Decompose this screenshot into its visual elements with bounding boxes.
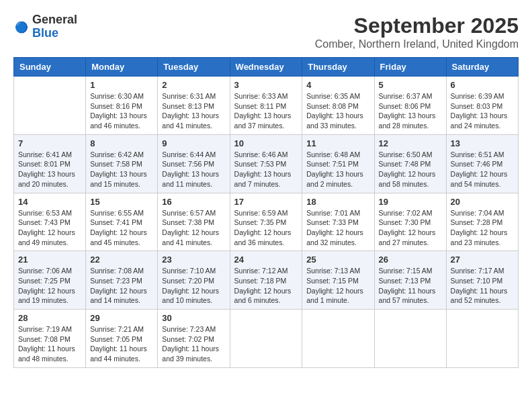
- calendar-week-row: 21Sunrise: 7:06 AMSunset: 7:25 PMDayligh…: [14, 251, 519, 310]
- calendar-cell: 24Sunrise: 7:12 AMSunset: 7:18 PMDayligh…: [230, 251, 302, 310]
- calendar-cell: 17Sunrise: 6:59 AMSunset: 7:35 PMDayligh…: [230, 193, 302, 251]
- calendar-cell: 26Sunrise: 7:15 AMSunset: 7:13 PMDayligh…: [374, 251, 446, 310]
- calendar-cell: 7Sunrise: 6:41 AMSunset: 8:01 PMDaylight…: [14, 134, 86, 193]
- day-number: 22: [90, 255, 153, 265]
- calendar-cell: 21Sunrise: 7:06 AMSunset: 7:25 PMDayligh…: [14, 251, 86, 310]
- day-number: 17: [234, 197, 298, 207]
- day-info: Sunrise: 6:51 AMSunset: 7:46 PMDaylight:…: [451, 150, 514, 189]
- calendar-cell: 12Sunrise: 6:50 AMSunset: 7:48 PMDayligh…: [374, 134, 446, 193]
- calendar-cell: 13Sunrise: 6:51 AMSunset: 7:46 PMDayligh…: [446, 134, 518, 193]
- calendar-cell: 23Sunrise: 7:10 AMSunset: 7:20 PMDayligh…: [158, 251, 230, 310]
- day-number: 23: [162, 255, 225, 265]
- calendar-cell: 18Sunrise: 7:01 AMSunset: 7:33 PMDayligh…: [302, 193, 374, 251]
- calendar-cell: 16Sunrise: 6:57 AMSunset: 7:38 PMDayligh…: [158, 193, 230, 251]
- location-subtitle: Comber, Northern Ireland, United Kingdom: [315, 38, 519, 50]
- day-number: 16: [162, 197, 225, 207]
- svg-text:🔵: 🔵: [15, 20, 28, 33]
- calendar-cell: [14, 77, 86, 135]
- day-number: 24: [234, 255, 298, 265]
- calendar-week-row: 14Sunrise: 6:53 AMSunset: 7:43 PMDayligh…: [14, 193, 519, 251]
- day-number: 5: [379, 80, 442, 90]
- col-header-saturday: Saturday: [446, 58, 518, 77]
- logo-icon: 🔵: [13, 19, 30, 35]
- calendar-week-row: 1Sunrise: 6:30 AMSunset: 8:16 PMDaylight…: [14, 77, 519, 135]
- day-number: 18: [306, 197, 369, 207]
- calendar-cell: [374, 310, 446, 368]
- day-info: Sunrise: 7:19 AMSunset: 7:08 PMDaylight:…: [18, 324, 81, 364]
- day-info: Sunrise: 7:06 AMSunset: 7:25 PMDaylight:…: [18, 266, 81, 306]
- col-header-thursday: Thursday: [302, 58, 374, 77]
- day-number: 21: [18, 255, 81, 265]
- day-number: 1: [90, 80, 153, 90]
- calendar-cell: 28Sunrise: 7:19 AMSunset: 7:08 PMDayligh…: [14, 310, 86, 368]
- day-info: Sunrise: 6:30 AMSunset: 8:16 PMDaylight:…: [90, 91, 153, 131]
- day-number: 19: [379, 197, 442, 207]
- day-number: 29: [90, 313, 153, 323]
- day-number: 2: [162, 80, 225, 90]
- day-number: 10: [234, 138, 298, 148]
- page-header: 🔵 General Blue September 2025 Comber, No…: [13, 13, 519, 50]
- day-number: 30: [162, 313, 225, 323]
- day-number: 26: [379, 255, 442, 265]
- day-info: Sunrise: 6:37 AMSunset: 8:06 PMDaylight:…: [379, 91, 442, 131]
- calendar-cell: 30Sunrise: 7:23 AMSunset: 7:02 PMDayligh…: [158, 310, 230, 368]
- day-number: 14: [18, 197, 81, 207]
- calendar-cell: 14Sunrise: 6:53 AMSunset: 7:43 PMDayligh…: [14, 193, 86, 251]
- col-header-sunday: Sunday: [14, 58, 86, 77]
- day-info: Sunrise: 6:42 AMSunset: 7:58 PMDaylight:…: [90, 150, 153, 189]
- calendar-cell: 6Sunrise: 6:39 AMSunset: 8:03 PMDaylight…: [446, 77, 518, 135]
- day-info: Sunrise: 7:13 AMSunset: 7:15 PMDaylight:…: [306, 266, 369, 306]
- day-number: 25: [306, 255, 369, 265]
- calendar-cell: 27Sunrise: 7:17 AMSunset: 7:10 PMDayligh…: [446, 251, 518, 310]
- calendar-header-row: SundayMondayTuesdayWednesdayThursdayFrid…: [14, 58, 519, 77]
- day-info: Sunrise: 7:01 AMSunset: 7:33 PMDaylight:…: [306, 208, 369, 248]
- calendar-cell: 2Sunrise: 6:31 AMSunset: 8:13 PMDaylight…: [158, 77, 230, 135]
- calendar-cell: 9Sunrise: 6:44 AMSunset: 7:56 PMDaylight…: [158, 134, 230, 193]
- calendar-table: SundayMondayTuesdayWednesdayThursdayFrid…: [13, 57, 519, 368]
- calendar-cell: [230, 310, 302, 368]
- day-number: 12: [379, 138, 442, 148]
- day-info: Sunrise: 7:08 AMSunset: 7:23 PMDaylight:…: [90, 266, 153, 306]
- calendar-cell: 15Sunrise: 6:55 AMSunset: 7:41 PMDayligh…: [86, 193, 158, 251]
- day-number: 27: [451, 255, 514, 265]
- calendar-cell: 25Sunrise: 7:13 AMSunset: 7:15 PMDayligh…: [302, 251, 374, 310]
- day-number: 20: [451, 197, 514, 207]
- day-number: 7: [18, 138, 81, 148]
- day-number: 8: [90, 138, 153, 148]
- day-number: 15: [90, 197, 153, 207]
- day-number: 4: [306, 80, 369, 90]
- calendar-cell: 19Sunrise: 7:02 AMSunset: 7:30 PMDayligh…: [374, 193, 446, 251]
- day-info: Sunrise: 7:23 AMSunset: 7:02 PMDaylight:…: [162, 324, 225, 364]
- col-header-tuesday: Tuesday: [158, 58, 230, 77]
- calendar-cell: [302, 310, 374, 368]
- calendar-cell: 22Sunrise: 7:08 AMSunset: 7:23 PMDayligh…: [86, 251, 158, 310]
- day-number: 3: [234, 80, 298, 90]
- day-info: Sunrise: 6:31 AMSunset: 8:13 PMDaylight:…: [162, 91, 225, 131]
- calendar-cell: 10Sunrise: 6:46 AMSunset: 7:53 PMDayligh…: [230, 134, 302, 193]
- day-info: Sunrise: 7:21 AMSunset: 7:05 PMDaylight:…: [90, 324, 153, 364]
- day-number: 28: [18, 313, 81, 323]
- day-info: Sunrise: 6:59 AMSunset: 7:35 PMDaylight:…: [234, 208, 298, 248]
- day-info: Sunrise: 7:02 AMSunset: 7:30 PMDaylight:…: [379, 208, 442, 248]
- day-number: 13: [451, 138, 514, 148]
- calendar-cell: 8Sunrise: 6:42 AMSunset: 7:58 PMDaylight…: [86, 134, 158, 193]
- day-info: Sunrise: 6:53 AMSunset: 7:43 PMDaylight:…: [18, 208, 81, 248]
- calendar-week-row: 7Sunrise: 6:41 AMSunset: 8:01 PMDaylight…: [14, 134, 519, 193]
- day-info: Sunrise: 6:48 AMSunset: 7:51 PMDaylight:…: [306, 150, 369, 189]
- day-info: Sunrise: 6:33 AMSunset: 8:11 PMDaylight:…: [234, 91, 298, 131]
- day-info: Sunrise: 6:44 AMSunset: 7:56 PMDaylight:…: [162, 150, 225, 189]
- day-number: 11: [306, 138, 369, 148]
- calendar-cell: 3Sunrise: 6:33 AMSunset: 8:11 PMDaylight…: [230, 77, 302, 135]
- logo-text: General Blue: [32, 13, 77, 40]
- day-info: Sunrise: 7:04 AMSunset: 7:28 PMDaylight:…: [451, 208, 514, 248]
- calendar-cell: 5Sunrise: 6:37 AMSunset: 8:06 PMDaylight…: [374, 77, 446, 135]
- day-info: Sunrise: 6:35 AMSunset: 8:08 PMDaylight:…: [306, 91, 369, 131]
- day-info: Sunrise: 6:39 AMSunset: 8:03 PMDaylight:…: [451, 91, 514, 131]
- col-header-friday: Friday: [374, 58, 446, 77]
- logo: 🔵 General Blue: [13, 13, 77, 40]
- calendar-cell: 1Sunrise: 6:30 AMSunset: 8:16 PMDaylight…: [86, 77, 158, 135]
- day-info: Sunrise: 6:46 AMSunset: 7:53 PMDaylight:…: [234, 150, 298, 189]
- day-info: Sunrise: 6:50 AMSunset: 7:48 PMDaylight:…: [379, 150, 442, 189]
- day-info: Sunrise: 6:41 AMSunset: 8:01 PMDaylight:…: [18, 150, 81, 189]
- col-header-wednesday: Wednesday: [230, 58, 302, 77]
